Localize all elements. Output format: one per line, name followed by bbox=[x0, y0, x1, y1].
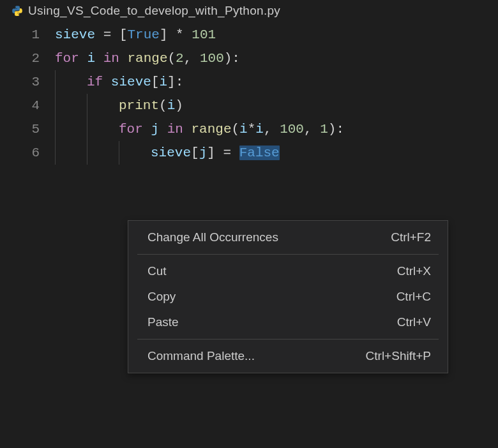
code-token: sieve bbox=[55, 27, 95, 42]
code-token: 101 bbox=[192, 27, 216, 42]
menu-item-shortcut: Ctrl+F2 bbox=[391, 230, 431, 244]
line-number: 5 bbox=[0, 117, 55, 141]
code-token: , bbox=[304, 122, 312, 137]
code-token bbox=[272, 122, 280, 137]
code-line[interactable]: 6sieve[j] = False bbox=[0, 141, 498, 165]
code-token: print bbox=[119, 98, 159, 113]
code-token: j bbox=[151, 122, 159, 137]
context-menu: Change All OccurrencesCtrl+F2CutCtrl+XCo… bbox=[128, 220, 448, 373]
line-number: 4 bbox=[0, 94, 55, 117]
menu-separator bbox=[137, 254, 439, 255]
code-token: for bbox=[55, 51, 79, 66]
code-token: ] bbox=[160, 27, 168, 42]
code-token: i bbox=[239, 122, 248, 137]
indent-guide bbox=[87, 141, 119, 165]
code-line[interactable]: 2for i in range(2, 100): bbox=[0, 47, 498, 70]
python-icon bbox=[11, 5, 23, 17]
menu-item[interactable]: CopyCtrl+C bbox=[128, 284, 448, 310]
code-token: range bbox=[191, 122, 231, 137]
code-line[interactable]: 5for j in range(i*i, 100, 1): bbox=[0, 117, 498, 141]
code-token bbox=[312, 122, 321, 137]
code-token: j bbox=[199, 146, 207, 160]
code-token bbox=[184, 27, 192, 42]
code-token: : bbox=[336, 122, 344, 137]
menu-item-label: Command Palette... bbox=[147, 349, 255, 363]
code-token: i bbox=[255, 122, 264, 137]
menu-item-shortcut: Ctrl+C bbox=[396, 290, 431, 304]
code-token: ) bbox=[328, 122, 336, 137]
code-token bbox=[95, 27, 103, 42]
code-token: False bbox=[239, 146, 280, 160]
line-number: 3 bbox=[0, 70, 55, 94]
indent-guide bbox=[87, 94, 119, 117]
menu-item-label: Change All Occurrences bbox=[147, 230, 278, 244]
code-content[interactable]: print(i) bbox=[55, 94, 183, 117]
code-token bbox=[159, 122, 167, 137]
code-token: for bbox=[119, 122, 143, 137]
code-token: : bbox=[232, 51, 240, 66]
menu-separator bbox=[137, 339, 439, 340]
code-token: in bbox=[167, 122, 183, 137]
code-token: in bbox=[103, 51, 119, 66]
code-token: , bbox=[264, 122, 272, 137]
code-token: 2 bbox=[176, 51, 184, 66]
code-token: = bbox=[223, 146, 231, 160]
code-token: 100 bbox=[280, 122, 304, 137]
code-token: 100 bbox=[200, 51, 224, 66]
code-token: sieve bbox=[151, 146, 191, 160]
indent-guide bbox=[55, 94, 87, 117]
code-token: [ bbox=[119, 27, 128, 42]
code-content[interactable]: for j in range(i*i, 100, 1): bbox=[55, 117, 344, 141]
code-token: sieve bbox=[111, 75, 151, 89]
code-token: ( bbox=[167, 51, 176, 66]
menu-item[interactable]: Change All OccurrencesCtrl+F2 bbox=[128, 225, 448, 250]
code-token bbox=[111, 27, 119, 42]
code-token: , bbox=[184, 51, 192, 66]
code-token: = bbox=[103, 27, 112, 42]
editor-tab[interactable]: Using_VS_Code_to_develop_with_Python.py bbox=[0, 0, 498, 20]
code-token: * bbox=[248, 122, 256, 137]
line-number: 2 bbox=[0, 47, 55, 70]
code-token: ) bbox=[175, 98, 183, 113]
code-token: ] bbox=[167, 75, 176, 89]
code-token: * bbox=[176, 27, 184, 42]
menu-item-label: Paste bbox=[147, 315, 179, 329]
code-line[interactable]: 1sieve = [True] * 101 bbox=[0, 23, 498, 47]
menu-item-label: Cut bbox=[147, 264, 167, 278]
code-line[interactable]: 3if sieve[i]: bbox=[0, 70, 498, 94]
line-number: 6 bbox=[0, 141, 55, 165]
code-token: if bbox=[87, 75, 103, 89]
indent-guide bbox=[55, 141, 87, 165]
code-token bbox=[79, 51, 87, 66]
code-token bbox=[167, 27, 176, 42]
indent-guide bbox=[55, 117, 87, 141]
menu-item[interactable]: CutCtrl+X bbox=[128, 258, 448, 284]
code-token: i bbox=[159, 75, 167, 89]
code-token bbox=[119, 51, 128, 66]
line-number: 1 bbox=[0, 23, 55, 47]
code-token: True bbox=[127, 27, 159, 42]
code-content[interactable]: for i in range(2, 100): bbox=[55, 47, 240, 70]
indent-guide bbox=[119, 141, 151, 165]
code-token: [ bbox=[191, 146, 199, 160]
code-token: ( bbox=[231, 122, 239, 137]
menu-item[interactable]: Command Palette...Ctrl+Shift+P bbox=[128, 343, 448, 369]
code-token: i bbox=[87, 51, 95, 66]
code-token: 1 bbox=[320, 122, 328, 137]
indent-guide bbox=[87, 117, 119, 141]
code-token: : bbox=[176, 75, 184, 89]
code-line[interactable]: 4print(i) bbox=[0, 94, 498, 117]
code-editor[interactable]: 1sieve = [True] * 1012for i in range(2, … bbox=[0, 20, 498, 165]
indent-guide bbox=[55, 70, 87, 94]
menu-item[interactable]: PasteCtrl+V bbox=[128, 310, 448, 335]
code-content[interactable]: sieve = [True] * 101 bbox=[55, 23, 216, 47]
code-content[interactable]: if sieve[i]: bbox=[55, 70, 183, 94]
code-token: i bbox=[167, 98, 176, 113]
code-token: ( bbox=[159, 98, 167, 113]
code-token bbox=[192, 51, 200, 66]
code-token bbox=[215, 146, 223, 160]
code-content[interactable]: sieve[j] = False bbox=[55, 141, 280, 165]
code-token: ] bbox=[207, 146, 215, 160]
code-token bbox=[231, 146, 239, 160]
menu-item-label: Copy bbox=[147, 290, 176, 304]
